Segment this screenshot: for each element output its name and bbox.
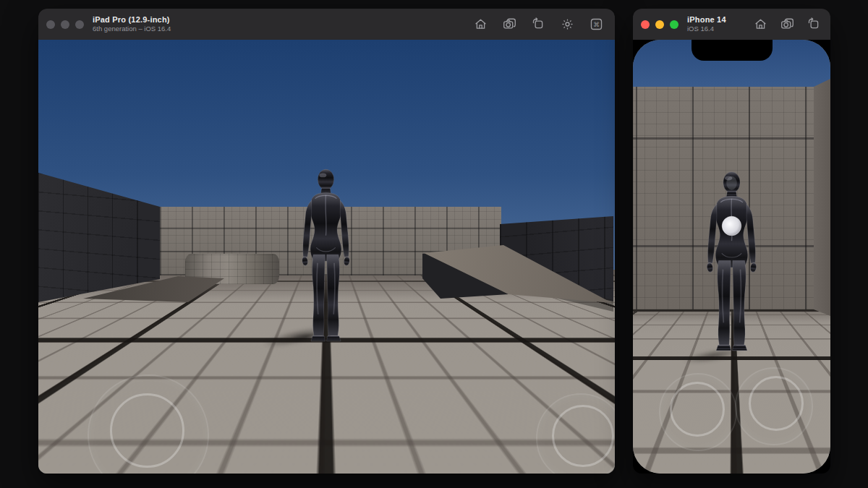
move-joystick-knob[interactable] — [110, 393, 184, 468]
window-title-block: iPhone 14 iOS 16.4 — [687, 15, 726, 33]
appearance-icon[interactable] — [561, 17, 574, 31]
chest-glow — [722, 216, 741, 236]
window-title-block: iPad Pro (12.9-inch) 6th generation – iO… — [93, 15, 171, 33]
window-subtitle: 6th generation – iOS 16.4 — [93, 25, 171, 33]
window-controls — [633, 20, 678, 29]
robot-character-back-view — [290, 167, 362, 347]
close-button[interactable] — [641, 20, 650, 29]
iphone-screen-game-view[interactable] — [633, 40, 830, 474]
iphone-toolbar — [754, 17, 830, 31]
window-title: iPhone 14 — [687, 15, 726, 25]
simulator-window-iphone[interactable]: iPhone 14 iOS 16.4 — [633, 9, 830, 474]
ipad-titlebar[interactable]: iPad Pro (12.9-inch) 6th generation – iO… — [38, 9, 615, 40]
move-joystick-knob[interactable] — [670, 382, 725, 437]
window-controls — [38, 20, 84, 29]
screenshot-icon[interactable] — [503, 17, 516, 31]
minimize-button[interactable] — [655, 20, 664, 29]
iphone-titlebar[interactable]: iPhone 14 iOS 16.4 — [633, 9, 830, 40]
svg-text:⌘: ⌘ — [593, 21, 600, 28]
minimize-button[interactable] — [61, 20, 69, 29]
window-subtitle: iOS 16.4 — [687, 25, 726, 33]
simulator-window-ipad[interactable]: iPad Pro (12.9-inch) 6th generation – iO… — [38, 9, 615, 474]
home-icon[interactable] — [474, 17, 488, 31]
screenshot-icon[interactable] — [780, 17, 794, 31]
zoom-button[interactable] — [75, 20, 84, 29]
close-button[interactable] — [46, 20, 55, 29]
rotate-icon[interactable] — [532, 17, 545, 31]
window-title: iPad Pro (12.9-inch) — [93, 15, 171, 25]
robot-character-front-view — [694, 170, 769, 356]
iphone-notch — [692, 40, 773, 61]
look-joystick-knob[interactable] — [552, 405, 614, 467]
ipad-toolbar: ⌘ — [474, 17, 615, 31]
desktop-background: iPad Pro (12.9-inch) 6th generation – iO… — [0, 0, 868, 488]
ipad-screen-game-view[interactable] — [38, 40, 615, 474]
rotate-icon[interactable] — [807, 17, 821, 31]
zoom-button[interactable] — [670, 20, 678, 29]
commands-icon[interactable]: ⌘ — [590, 17, 603, 31]
home-icon[interactable] — [754, 17, 767, 31]
look-joystick-knob[interactable] — [749, 376, 804, 431]
face-visor — [726, 176, 737, 190]
right-side-wall — [814, 74, 830, 316]
